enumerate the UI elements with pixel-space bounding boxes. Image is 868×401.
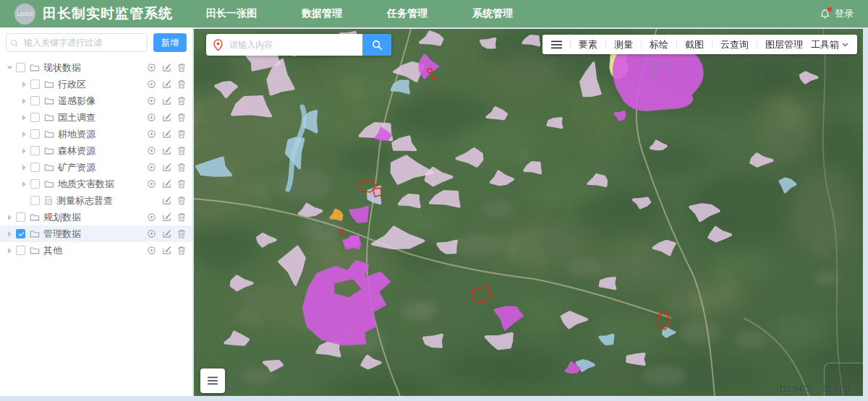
edit-icon[interactable] [162,229,171,238]
toolbar-item-5[interactable]: 图层管理 [765,38,803,51]
delete-icon[interactable] [177,196,186,205]
locate-icon[interactable] [147,96,156,105]
edit-icon[interactable] [162,146,171,155]
tree-item-label: 测量标志普查 [56,194,113,207]
delete-icon[interactable] [177,229,186,238]
caret-right-icon[interactable] [19,179,29,189]
caret-right-icon[interactable] [19,163,29,173]
caret-right-icon[interactable] [4,229,14,239]
locate-icon[interactable] [147,63,156,72]
edit-icon[interactable] [162,63,171,72]
locate-icon[interactable] [147,113,156,122]
edit-icon[interactable] [162,96,171,105]
delete-icon[interactable] [177,63,186,72]
login-button[interactable]: 登录 [820,7,854,20]
toolbar-divider [757,40,757,49]
layer-checkbox[interactable] [16,246,25,255]
tree-item[interactable]: 地质灾害数据 [0,176,192,192]
map-search-button[interactable] [362,34,391,56]
caret-right-icon[interactable] [19,146,29,156]
nav-menu-item-0[interactable]: 田长一张图 [206,7,257,20]
edit-icon[interactable] [162,163,171,172]
tree-item[interactable]: 管理数据 [0,225,192,242]
map-layers-toggle-button[interactable] [200,368,225,393]
tree-item[interactable]: 国土调查 [0,109,192,126]
toolbar-item-3[interactable]: 截图 [685,38,704,51]
tree-item-label: 国土调查 [58,111,95,124]
caret-right-icon[interactable] [4,246,14,256]
toolbar-item-2[interactable]: 标绘 [650,38,668,51]
row-actions [147,212,186,222]
edit-icon[interactable] [162,129,171,139]
tree-item[interactable]: 耕地资源 [0,126,192,142]
toolbar-item-0[interactable]: 要素 [579,38,597,51]
locate-icon[interactable] [147,163,156,172]
tree-item[interactable]: 规划数据 [0,209,192,225]
caret-right-icon[interactable] [4,212,14,223]
toolbar-item-4[interactable]: 云查询 [720,38,749,51]
nav-menu-item-1[interactable]: 数据管理 [302,7,342,20]
delete-icon[interactable] [177,212,186,222]
nav-menu-item-3[interactable]: 系统管理 [472,7,513,20]
delete-icon[interactable] [177,246,186,255]
map-area[interactable]: 要素测量标绘截图云查询图层管理工具箱 112.9472 29.9701 [194,29,863,396]
caret-right-icon[interactable] [19,113,29,123]
delete-icon[interactable] [177,113,186,122]
map-search-input[interactable] [229,40,362,50]
locate-icon[interactable] [147,212,156,222]
locate-icon[interactable] [147,129,156,139]
layer-checkbox[interactable] [16,63,25,72]
caret-right-icon[interactable] [19,79,29,90]
locate-icon[interactable] [147,146,156,155]
tree-filter-input[interactable] [6,33,148,52]
edit-icon[interactable] [162,179,171,189]
tree-item[interactable]: 遥感影像 [0,92,192,109]
nav-menu-item-2[interactable]: 任务管理 [387,7,427,20]
satellite-map-canvas[interactable] [194,29,863,396]
layer-checkbox[interactable] [30,179,40,189]
locate-icon[interactable] [147,79,156,89]
caret-right-icon[interactable] [19,96,29,106]
layer-checkbox[interactable] [16,229,25,238]
edit-icon[interactable] [162,196,171,205]
toolbar-item-1[interactable]: 测量 [614,38,633,51]
locate-icon[interactable] [147,246,156,255]
layer-checkbox[interactable] [30,79,40,89]
notification-bell-icon[interactable] [820,9,830,20]
layer-checkbox[interactable] [30,129,40,139]
delete-icon[interactable] [177,129,186,139]
add-button[interactable]: 新增 [153,33,187,52]
tree-item[interactable]: 现状数据 [0,59,192,76]
layer-checkbox[interactable] [30,113,40,122]
toolbox-dropdown[interactable]: 工具箱 [811,38,848,51]
layer-checkbox[interactable] [30,146,40,155]
layer-checkbox[interactable] [30,96,40,105]
tree-item[interactable]: 其他 [0,242,192,259]
tree-item[interactable]: 森林资源 [0,142,192,159]
edit-icon[interactable] [162,79,171,89]
delete-icon[interactable] [177,179,186,189]
layer-checkbox[interactable] [30,196,40,205]
toolbar-divider [712,40,712,49]
edit-icon[interactable] [162,246,171,255]
locate-icon[interactable] [147,229,156,238]
caret-down-icon[interactable] [4,63,14,73]
sidebar: 新增 现状数据行政区遥感影像国土调查耕地资源森林资源矿产资源地质灾害数据测量标志… [0,27,192,396]
row-actions [147,129,186,139]
delete-icon[interactable] [177,163,186,172]
edit-icon[interactable] [162,113,171,122]
toolbar-menu-icon[interactable] [551,40,562,49]
delete-icon[interactable] [177,96,186,105]
caret-right-icon[interactable] [19,129,29,139]
layer-checkbox[interactable] [30,163,40,172]
chevron-down-icon [842,43,848,47]
layer-checkbox[interactable] [16,212,25,222]
tree-item[interactable]: 矿产资源 [0,159,192,176]
delete-icon[interactable] [177,146,186,155]
login-label: 登录 [835,7,854,20]
locate-icon[interactable] [147,179,156,189]
delete-icon[interactable] [177,79,186,89]
tree-item[interactable]: 行政区 [0,76,192,92]
edit-icon[interactable] [162,212,171,222]
tree-item[interactable]: 测量标志普查 [0,192,192,209]
